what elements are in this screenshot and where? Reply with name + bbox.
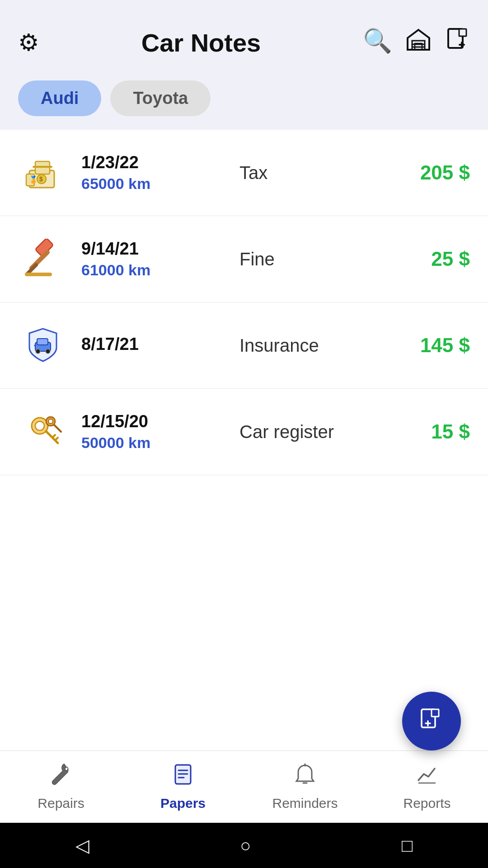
papers-label: Papers [160, 796, 206, 811]
record-icon-carregister [18, 407, 68, 457]
record-info-carregister: 12/15/20 50000 km [68, 412, 230, 452]
svg-rect-11 [33, 166, 52, 168]
system-nav-bar: ◁ ○ □ [0, 823, 488, 868]
recent-button[interactable]: □ [402, 835, 413, 856]
nav-repairs[interactable]: Repairs [0, 751, 122, 823]
svg-rect-0 [412, 41, 425, 50]
record-amount: 205 $ [389, 161, 470, 184]
tab-audi[interactable]: Audi [18, 80, 101, 116]
svg-rect-32 [432, 709, 439, 717]
tab-toyota[interactable]: Toyota [110, 80, 211, 116]
header: ⚙ Car Notes 🔍 [0, 0, 488, 71]
record-amount: 145 $ [389, 334, 470, 357]
record-date: 9/14/21 [81, 239, 230, 259]
record-date: 1/23/22 [81, 153, 230, 172]
record-amount: 15 $ [389, 420, 470, 443]
record-type: Car register [230, 422, 389, 442]
record-type: Insurance [230, 335, 389, 356]
svg-text:🏅: 🏅 [29, 175, 38, 184]
record-info-fine: 9/14/21 61000 km [68, 239, 230, 279]
record-info-tax: 1/23/22 65000 km [68, 153, 230, 193]
record-type: Tax [230, 163, 389, 183]
svg-line-26 [52, 435, 55, 438]
add-document-icon[interactable] [445, 27, 470, 58]
settings-icon[interactable]: ⚙ [18, 29, 39, 56]
nav-papers[interactable]: Papers [122, 751, 244, 823]
record-km: 50000 km [81, 434, 230, 452]
record-date: 8/17/21 [81, 335, 230, 354]
svg-rect-4 [459, 29, 466, 36]
wrench-icon [50, 763, 72, 791]
svg-text:$: $ [39, 175, 43, 183]
record-item[interactable]: $ 🏅 1/23/22 65000 km Tax 205 $ [0, 130, 488, 216]
record-icon-fine [18, 234, 68, 284]
svg-point-24 [35, 421, 44, 430]
svg-point-22 [46, 349, 50, 354]
record-item[interactable]: ✔ 8/17/21 Insurance 145 $ [0, 302, 488, 389]
svg-rect-17 [25, 273, 52, 276]
bottom-nav: Repairs Papers Reminders [0, 750, 488, 823]
svg-line-27 [55, 438, 58, 440]
nav-reminders[interactable]: Reminders [244, 751, 366, 823]
car-tabs: Audi Toyota [0, 71, 488, 130]
garage-icon[interactable] [406, 27, 431, 58]
header-actions: 🔍 [363, 27, 470, 58]
search-icon[interactable]: 🔍 [363, 27, 392, 58]
record-item[interactable]: 12/15/20 50000 km Car register 15 $ [0, 389, 488, 475]
record-amount: 25 $ [389, 248, 470, 270]
add-paper-fab[interactable] [402, 692, 461, 750]
svg-line-30 [54, 425, 61, 432]
record-km: 61000 km [81, 261, 230, 279]
record-info-insurance: 8/17/21 [68, 335, 230, 357]
home-button[interactable]: ○ [240, 835, 251, 856]
record-item[interactable]: 9/14/21 61000 km Fine 25 $ [0, 216, 488, 302]
back-button[interactable]: ◁ [75, 835, 89, 856]
chart-icon [416, 763, 438, 791]
app-title: Car Notes [39, 28, 363, 57]
add-document-fab-icon [418, 708, 445, 735]
nav-reports[interactable]: Reports [366, 751, 488, 823]
record-type: Fine [230, 249, 389, 269]
record-km: 65000 km [81, 175, 230, 193]
svg-point-29 [48, 419, 53, 424]
bell-icon [294, 763, 316, 791]
record-icon-insurance: ✔ [18, 321, 68, 370]
svg-rect-20 [37, 339, 48, 345]
record-icon-tax: $ 🏅 [18, 148, 68, 198]
papers-icon [172, 763, 194, 791]
reports-label: Reports [403, 796, 450, 811]
repairs-label: Repairs [38, 796, 84, 811]
record-date: 12/15/20 [81, 412, 230, 431]
reminders-label: Reminders [272, 796, 338, 811]
svg-point-21 [36, 349, 40, 354]
